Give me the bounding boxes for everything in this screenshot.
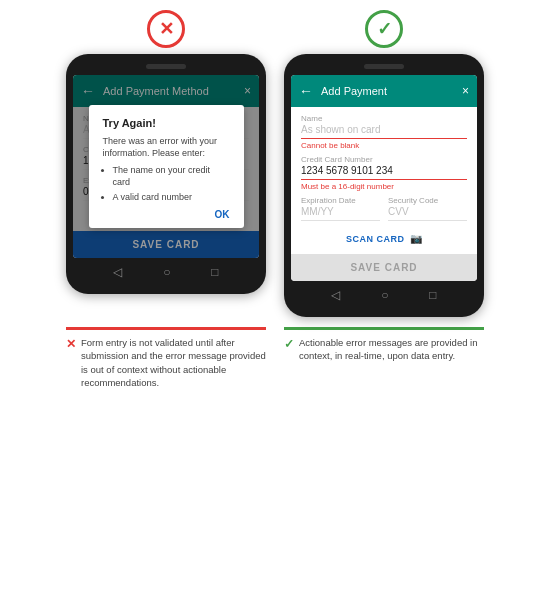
good-nav-recents[interactable]: □ [429, 288, 436, 302]
good-caption-block: ✓ Actionable error messages are provided… [284, 327, 484, 389]
good-name-error: Cannot be blank [301, 141, 467, 150]
good-exp-group: Expiration Date MM/YY [301, 196, 380, 227]
good-caption-text: Actionable error messages are provided i… [299, 336, 484, 363]
good-name-value[interactable]: As shown on card [301, 124, 467, 139]
good-phone-speaker [364, 64, 404, 69]
good-scan-icon: 📷 [410, 233, 423, 244]
good-cc-error: Must be a 16-digit number [301, 182, 467, 191]
bad-dialog-bullets: The name on your credit card A valid car… [103, 164, 230, 204]
bad-dialog-body: There was an error with your information… [103, 135, 230, 204]
bad-dialog-actions: OK [103, 209, 230, 220]
good-form-body: Name As shown on card Cannot be blank Cr… [291, 107, 477, 254]
bad-phone-column: ✕ ← Add Payment Method × Name As shown o… [66, 10, 266, 317]
bad-dialog-title: Try Again! [103, 117, 230, 129]
good-nav-back[interactable]: ◁ [331, 288, 340, 302]
phone-speaker [146, 64, 186, 69]
good-phone-nav: ◁ ○ □ [291, 281, 477, 309]
bad-dialog-ok-button[interactable]: OK [215, 209, 230, 220]
good-badge-icon: ✓ [377, 18, 392, 40]
good-caption-divider [284, 327, 484, 330]
bad-bullet-1: The name on your credit card [113, 164, 230, 189]
good-caption-icon: ✓ [284, 337, 294, 351]
bad-nav-home[interactable]: ○ [163, 265, 170, 279]
bad-dialog-box: Try Again! There was an error with your … [89, 105, 244, 229]
bad-bullet-2: A valid card number [113, 191, 230, 204]
good-exp-value[interactable]: MM/YY [301, 206, 380, 221]
good-exp-sec-row: Expiration Date MM/YY Security Code CVV [301, 196, 467, 227]
bad-phone-screen: ← Add Payment Method × Name As shown on … [73, 75, 259, 258]
bad-caption-text: Form entry is not validated until after … [81, 336, 266, 389]
good-phone: ← Add Payment × Name As shown on card Ca… [284, 54, 484, 317]
good-nav-home[interactable]: ○ [381, 288, 388, 302]
good-close-button[interactable]: × [462, 84, 469, 98]
good-cc-label: Credit Card Number [301, 155, 467, 164]
good-cvv-value[interactable]: CVV [388, 206, 467, 221]
good-app-bar: ← Add Payment × [291, 75, 477, 107]
good-phone-column: ✓ ← Add Payment × Name As shown on card [284, 10, 484, 317]
good-save-card-button[interactable]: SAVE CARD [291, 254, 477, 281]
good-cc-value[interactable]: 1234 5678 9101 234 [301, 165, 467, 180]
good-caption-text-row: ✓ Actionable error messages are provided… [284, 336, 484, 363]
bad-dialog-overlay: Try Again! There was an error with your … [73, 75, 259, 258]
good-phone-screen: ← Add Payment × Name As shown on card Ca… [291, 75, 477, 281]
bad-caption-divider [66, 327, 266, 330]
good-exp-label: Expiration Date [301, 196, 380, 205]
good-scan-card-button[interactable]: SCAN CARD 📷 [301, 227, 467, 248]
bad-phone-nav: ◁ ○ □ [73, 258, 259, 286]
captions-row: ✕ Form entry is not validated until afte… [10, 327, 540, 389]
bad-nav-recents[interactable]: □ [211, 265, 218, 279]
bad-caption-block: ✕ Form entry is not validated until afte… [66, 327, 266, 389]
good-back-arrow[interactable]: ← [299, 83, 313, 99]
bad-phone: ← Add Payment Method × Name As shown on … [66, 54, 266, 294]
good-sec-label: Security Code [388, 196, 467, 205]
good-app-title: Add Payment [321, 85, 462, 97]
good-sec-group: Security Code CVV [388, 196, 467, 227]
bad-caption-icon: ✕ [66, 337, 76, 351]
good-name-label: Name [301, 114, 467, 123]
bad-dialog-body-text: There was an error with your information… [103, 136, 218, 159]
good-scan-card-label: SCAN CARD [346, 234, 405, 244]
bad-phone-screen-wrapper: ← Add Payment Method × Name As shown on … [73, 75, 259, 286]
bad-badge: ✕ [147, 10, 185, 48]
good-phone-screen-wrapper: ← Add Payment × Name As shown on card Ca… [291, 75, 477, 309]
good-badge: ✓ [365, 10, 403, 48]
bad-nav-back[interactable]: ◁ [113, 265, 122, 279]
bad-caption-text-row: ✕ Form entry is not validated until afte… [66, 336, 266, 389]
bad-badge-icon: ✕ [159, 18, 174, 40]
